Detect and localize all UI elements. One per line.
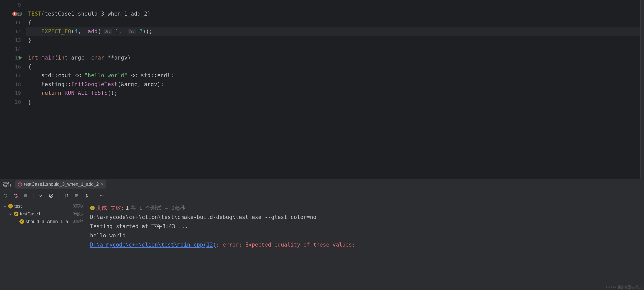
- line-number[interactable]: 19: [0, 89, 21, 98]
- console-hello: hello world: [90, 231, 640, 240]
- test-status-line: 测试 失败: 1 共 1 个测试 – 0毫秒: [90, 203, 640, 213]
- test-count: 1: [126, 203, 129, 213]
- close-icon[interactable]: ×: [101, 182, 104, 187]
- run-test-icon[interactable]: [17, 11, 22, 16]
- separator: [59, 193, 59, 199]
- panel-toolbar: [0, 190, 644, 201]
- tree-node-name: should_3_when_1_a: [26, 219, 73, 224]
- tree-node-name: testCase1: [20, 211, 73, 217]
- run-tab-active[interactable]: testCase1.should_3_when_1_add_2 ×: [15, 180, 106, 189]
- tree-node-name: test: [14, 204, 73, 209]
- run-panel: 运行 testCase1.should_3_when_1_add_2 × tes…: [0, 179, 644, 290]
- code-line[interactable]: return RUN_ALL_TESTS();: [26, 89, 640, 98]
- code-line[interactable]: testing::InitGoogleTest(&argc, argv);: [26, 80, 640, 89]
- svg-point-7: [103, 195, 104, 196]
- code-line[interactable]: {: [26, 62, 640, 71]
- panel-body: test0毫秒testCase10毫秒should_3_when_1_a0毫秒 …: [0, 201, 644, 290]
- test-fail-icon: [8, 204, 13, 208]
- minimap[interactable]: [640, 0, 644, 179]
- gtest-icon: [18, 182, 22, 187]
- separator: [33, 193, 34, 199]
- fail-status-icon: [90, 206, 95, 210]
- test-total: 共 1 个测试 – 0毫秒: [130, 203, 185, 213]
- code-line[interactable]: [26, 45, 640, 54]
- tree-node-time: 0毫秒: [73, 211, 83, 217]
- separator: [94, 193, 94, 199]
- console-error-line: D:\a-mycode\c++\clion\test\main.cpp(12):…: [90, 240, 640, 249]
- rerun-failed-icon[interactable]: [13, 193, 18, 199]
- file-link[interactable]: D:\a-mycode\c++\clion\test\main.cpp(12): [90, 242, 216, 248]
- watermark: CSDN @摸鱼那些事儿: [606, 285, 642, 289]
- more-icon[interactable]: [99, 193, 105, 199]
- line-number[interactable]: 11: [0, 18, 21, 27]
- code-line[interactable]: [26, 1, 640, 9]
- line-number[interactable]: 12: [0, 27, 21, 36]
- code-line[interactable]: }: [26, 36, 640, 45]
- line-number[interactable]: 16: [0, 62, 21, 71]
- error-msg: : error: Expected equality of these valu…: [216, 242, 355, 248]
- console-start: Testing started at 下午8:43 ...: [90, 222, 640, 231]
- test-fail-icon: [14, 212, 18, 216]
- run-icon[interactable]: [19, 56, 22, 60]
- tree-node-time: 0毫秒: [73, 219, 83, 224]
- stop-icon[interactable]: [23, 193, 29, 199]
- panel-tabs: 运行 testCase1.should_3_when_1_add_2 ×: [0, 179, 644, 190]
- code-line[interactable]: EXPECT_EQ(4, add( a: 1, b: 2));: [26, 27, 640, 36]
- tree-node-time: 0毫秒: [73, 204, 83, 209]
- line-number[interactable]: 10!: [0, 9, 21, 18]
- rerun-icon[interactable]: [3, 193, 8, 199]
- tab-title: testCase1.should_3_when_1_add_2: [24, 182, 99, 187]
- tree-node[interactable]: testCase10毫秒: [0, 210, 86, 218]
- code-content[interactable]: TEST(testCase1,should_3_when_1_add_2){ E…: [26, 0, 640, 179]
- line-number[interactable]: 15: [0, 53, 21, 62]
- tree-node[interactable]: test0毫秒: [0, 202, 86, 210]
- svg-point-0: [18, 183, 22, 186]
- show-passed-icon[interactable]: [38, 193, 44, 199]
- test-failed-label: 测试 失败:: [96, 203, 124, 213]
- collapse-icon[interactable]: [84, 193, 90, 199]
- test-tree[interactable]: test0毫秒testCase10毫秒should_3_when_1_a0毫秒: [0, 201, 86, 290]
- line-number[interactable]: 9: [0, 1, 21, 9]
- show-ignored-icon[interactable]: [48, 193, 54, 199]
- code-line[interactable]: TEST(testCase1,should_3_when_1_add_2): [26, 9, 640, 18]
- code-line[interactable]: {: [26, 18, 640, 27]
- tree-node[interactable]: should_3_when_1_a0毫秒: [0, 218, 86, 225]
- svg-point-1: [16, 196, 18, 198]
- console-cmd: D:\a-mycode\c++\clion\test\cmake-build-d…: [90, 213, 640, 222]
- test-console[interactable]: 测试 失败: 1 共 1 个测试 – 0毫秒 D:\a-mycode\c++\c…: [86, 201, 644, 290]
- code-editor[interactable]: 910!11121314151617181920 TEST(testCase1,…: [0, 0, 644, 179]
- code-line[interactable]: std::cout << "hello world" << std::endl;: [26, 71, 640, 80]
- line-number[interactable]: 14: [0, 45, 21, 54]
- svg-point-6: [102, 195, 102, 196]
- chevron-down-icon[interactable]: [4, 204, 7, 209]
- line-number[interactable]: 17: [0, 71, 21, 80]
- code-line[interactable]: }: [26, 98, 640, 107]
- expand-icon[interactable]: [74, 193, 79, 199]
- svg-line-4: [50, 194, 52, 197]
- chevron-down-icon[interactable]: [9, 211, 13, 217]
- svg-point-5: [100, 195, 101, 196]
- line-number[interactable]: 13: [0, 36, 21, 45]
- sort-icon[interactable]: [63, 193, 69, 199]
- svg-rect-2: [24, 194, 27, 197]
- breakpoint-icon[interactable]: !: [12, 11, 17, 16]
- test-fail-icon: [19, 219, 24, 224]
- line-number[interactable]: 20: [0, 98, 21, 107]
- line-gutter: 910!11121314151617181920: [0, 0, 26, 179]
- line-number[interactable]: 18: [0, 80, 21, 89]
- run-tool-label[interactable]: 运行: [3, 181, 12, 188]
- code-line[interactable]: int main(int argc, char **argv): [26, 53, 640, 62]
